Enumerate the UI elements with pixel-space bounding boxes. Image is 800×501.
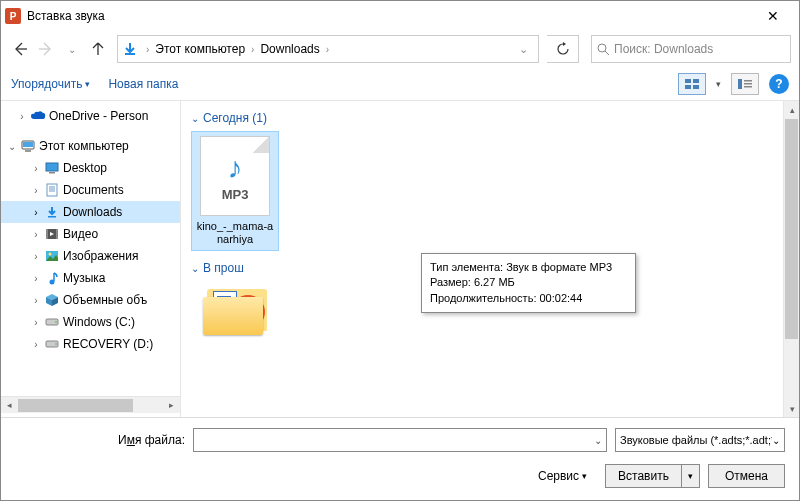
sidebar-h-scrollbar[interactable]: ◂ ▸ bbox=[1, 396, 180, 413]
svg-point-30 bbox=[55, 343, 57, 345]
group-today[interactable]: ⌄ Сегодня (1) bbox=[191, 111, 789, 125]
file-type-label: Звуковые файлы (*.adts;*.adt;*. bbox=[620, 434, 772, 446]
svg-rect-23 bbox=[56, 229, 58, 239]
sidebar-item-music[interactable]: › Музыка bbox=[1, 267, 180, 289]
cancel-button[interactable]: Отмена bbox=[708, 464, 785, 488]
insert-button[interactable]: Вставить ▾ bbox=[605, 464, 700, 488]
scroll-up-arrow[interactable]: ▴ bbox=[784, 101, 799, 118]
dialog-footer: Имя файла: ⌄ Звуковые файлы (*.adts;*.ad… bbox=[1, 417, 799, 498]
file-item-mp3[interactable]: ♪ MP3 kino_-_mama-anarhiya bbox=[191, 131, 279, 251]
scroll-down-arrow[interactable]: ▾ bbox=[784, 400, 799, 417]
sidebar-item-drive-d[interactable]: › RECOVERY (D:) bbox=[1, 333, 180, 355]
scroll-thumb[interactable] bbox=[785, 119, 798, 339]
address-bar[interactable]: › Этот компьютер› Downloads› ⌄ bbox=[117, 35, 539, 63]
cube-icon bbox=[43, 292, 61, 308]
search-input[interactable]: Поиск: Downloads bbox=[591, 35, 791, 63]
desktop-icon bbox=[43, 160, 61, 176]
file-type-select[interactable]: Звуковые файлы (*.adts;*.adt;*. ⌄ bbox=[615, 428, 785, 452]
toolbar: Упорядочить▾ Новая папка ▾ ? bbox=[1, 67, 799, 101]
sidebar-label: Видео bbox=[63, 227, 98, 241]
svg-rect-0 bbox=[125, 53, 135, 55]
chevron-down-icon: ⌄ bbox=[191, 113, 199, 124]
sidebar-label: Windows (C:) bbox=[63, 315, 135, 329]
file-name: kino_-_mama-anarhiya bbox=[196, 220, 274, 246]
downloads-icon bbox=[122, 41, 138, 57]
window-title: Вставка звука bbox=[27, 9, 750, 23]
filename-dropdown-icon[interactable]: ⌄ bbox=[594, 435, 602, 446]
new-folder-button[interactable]: Новая папка bbox=[108, 77, 178, 91]
file-tooltip: Тип элемента: Звук в формате MP3 Размер:… bbox=[421, 253, 636, 313]
svg-rect-7 bbox=[738, 79, 742, 89]
help-button[interactable]: ? bbox=[769, 74, 789, 94]
sidebar-item-documents[interactable]: › Documents bbox=[1, 179, 180, 201]
breadcrumb-folder[interactable]: Downloads› bbox=[258, 42, 333, 56]
sidebar-label: Изображения bbox=[63, 249, 138, 263]
search-placeholder: Поиск: Downloads bbox=[614, 42, 713, 56]
nav-bar: ⌄ › Этот компьютер› Downloads› ⌄ Поиск: … bbox=[1, 31, 799, 67]
svg-rect-9 bbox=[744, 83, 752, 85]
sidebar-item-desktop[interactable]: › Desktop bbox=[1, 157, 180, 179]
sidebar-label: RECOVERY (D:) bbox=[63, 337, 153, 351]
organize-menu[interactable]: Упорядочить▾ bbox=[11, 77, 90, 91]
breadcrumb-root[interactable]: Этот компьютер› bbox=[153, 42, 258, 56]
sidebar-label: OneDrive - Person bbox=[49, 109, 148, 123]
sidebar-label: Объемные объ bbox=[63, 293, 147, 307]
pictures-icon bbox=[43, 248, 61, 264]
address-dropdown[interactable]: ⌄ bbox=[513, 43, 534, 56]
sidebar-label: Downloads bbox=[63, 205, 122, 219]
content-v-scrollbar[interactable]: ▴ ▾ bbox=[783, 101, 799, 417]
scroll-right-arrow[interactable]: ▸ bbox=[163, 397, 180, 414]
pc-icon bbox=[19, 138, 37, 154]
sidebar-item-videos[interactable]: › Видео bbox=[1, 223, 180, 245]
scroll-left-arrow[interactable]: ◂ bbox=[1, 397, 18, 414]
sidebar-label: Музыка bbox=[63, 271, 105, 285]
view-dropdown[interactable]: ▾ bbox=[716, 79, 721, 89]
svg-rect-13 bbox=[25, 150, 31, 152]
svg-rect-8 bbox=[744, 80, 752, 82]
mp3-file-icon: ♪ MP3 bbox=[200, 136, 270, 216]
downloads-icon bbox=[43, 204, 61, 220]
svg-rect-4 bbox=[693, 79, 699, 83]
forward-button[interactable] bbox=[35, 38, 57, 60]
onedrive-icon bbox=[29, 108, 47, 124]
view-large-icons[interactable] bbox=[678, 73, 706, 95]
sidebar-label: Documents bbox=[63, 183, 124, 197]
music-icon bbox=[43, 270, 61, 286]
filename-input[interactable]: ⌄ bbox=[193, 428, 607, 452]
svg-point-25 bbox=[49, 253, 52, 256]
filename-label: Имя файла: bbox=[15, 433, 185, 447]
svg-rect-5 bbox=[685, 85, 691, 89]
sidebar-item-3d[interactable]: › Объемные объ bbox=[1, 289, 180, 311]
svg-point-26 bbox=[50, 280, 55, 285]
svg-rect-15 bbox=[49, 172, 55, 174]
sidebar-label: Этот компьютер bbox=[39, 139, 129, 153]
view-details[interactable] bbox=[731, 73, 759, 95]
tooltip-duration: Продолжительность: 00:02:44 bbox=[430, 291, 627, 306]
sidebar-label: Desktop bbox=[63, 161, 107, 175]
tools-menu[interactable]: Сервис▾ bbox=[538, 469, 587, 483]
svg-point-28 bbox=[55, 321, 57, 323]
up-button[interactable] bbox=[87, 38, 109, 60]
refresh-button[interactable] bbox=[547, 35, 579, 63]
sidebar-item-this-pc[interactable]: ⌄ Этот компьютер bbox=[1, 135, 180, 157]
svg-rect-12 bbox=[23, 142, 33, 147]
svg-rect-20 bbox=[48, 216, 56, 218]
folder-item[interactable] bbox=[203, 281, 273, 341]
sidebar-item-onedrive[interactable]: › OneDrive - Person bbox=[1, 105, 180, 127]
insert-dropdown[interactable]: ▾ bbox=[681, 465, 699, 487]
scroll-thumb[interactable] bbox=[18, 399, 133, 412]
insert-label: Вставить bbox=[606, 465, 681, 487]
close-button[interactable]: ✕ bbox=[750, 1, 795, 31]
recent-dropdown[interactable]: ⌄ bbox=[61, 38, 83, 60]
svg-rect-3 bbox=[685, 79, 691, 83]
documents-icon bbox=[43, 182, 61, 198]
back-button[interactable] bbox=[9, 38, 31, 60]
videos-icon bbox=[43, 226, 61, 242]
drive-icon bbox=[43, 314, 61, 330]
chevron-right-icon: › bbox=[142, 44, 153, 55]
sidebar-item-drive-c[interactable]: › Windows (C:) bbox=[1, 311, 180, 333]
search-icon bbox=[596, 42, 610, 56]
sidebar-item-downloads[interactable]: › Downloads bbox=[1, 201, 180, 223]
svg-point-1 bbox=[598, 44, 606, 52]
sidebar-item-pictures[interactable]: › Изображения bbox=[1, 245, 180, 267]
